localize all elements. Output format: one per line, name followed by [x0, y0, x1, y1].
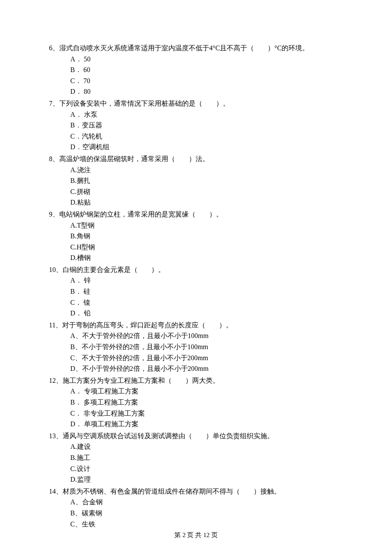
- option-item: B． 60: [70, 64, 343, 75]
- option-item: D.粘贴: [70, 197, 343, 208]
- option-item: C.拼砌: [70, 186, 343, 197]
- option-item: C.H型钢: [70, 242, 343, 253]
- option-item: A． 专项工程施工方案: [70, 386, 343, 397]
- page-container: 6、湿式自动喷水灭火系统通常适用于室内温度不低于4°C且不高于（ ）°C的环境。…: [0, 0, 392, 555]
- option-item: A． 锌: [70, 275, 343, 286]
- option-item: B． 多项工程施工方案: [70, 397, 343, 408]
- option-item: C． 70: [70, 75, 343, 87]
- option-item: B． 硅: [70, 286, 343, 297]
- question-block: 13、通风与空调系统联合试运转及测试调整由（ ）单位负责组织实施。A.建设B.施…: [49, 431, 343, 485]
- question-text: 10、白铜的主要合金元素是（ ）。: [49, 264, 343, 275]
- question-block: 9、电站锅炉钢架的立柱，通常采用的是宽翼缘（ ）。A.T型钢B.角钢C.H型钢D…: [49, 209, 343, 263]
- option-item: C． 镍: [70, 297, 343, 308]
- question-text: 7、下列设备安装中，通常情况下采用桩基础的是（ ）。: [49, 98, 343, 109]
- option-item: A． 水泵: [70, 109, 343, 120]
- question-text: 6、湿式自动喷水灭火系统通常适用于室内温度不低于4°C且不高于（ ）°C的环境。: [49, 43, 343, 54]
- option-item: A、合金钢: [70, 497, 343, 508]
- page-footer: 第 2 页 共 12 页: [0, 530, 392, 540]
- question-text: 9、电站锅炉钢架的立柱，通常采用的是宽翼缘（ ）。: [49, 209, 343, 220]
- question-text: 14、材质为不锈钢、有色金属的管道组成件在储存期间不得与（ ）接触。: [49, 486, 343, 497]
- option-item: B．变压器: [70, 120, 343, 131]
- option-item: C.设计: [70, 463, 343, 474]
- option-item: B.捆扎: [70, 175, 343, 186]
- option-item: B、碳素钢: [70, 508, 343, 519]
- option-item: D． 80: [70, 86, 343, 97]
- option-item: B、不小于管外径的2倍，且最小不小于100mm: [70, 341, 343, 353]
- question-block: 14、材质为不锈钢、有色金属的管道组成件在储存期间不得与（ ）接触。A、合金钢B…: [49, 486, 343, 529]
- option-item: A、不大于管外径的2倍，且最小不小于100mm: [70, 330, 343, 341]
- question-text: 8、高温炉墙的保温层砌筑时，通常采用（ ）法。: [49, 153, 343, 165]
- option-item: D.监理: [70, 474, 343, 485]
- option-item: C．汽轮机: [70, 131, 343, 142]
- question-block: 11、对于弯制的高压弯头，焊口距起弯点的长度应（ ）。A、不大于管外径的2倍，且…: [49, 320, 343, 374]
- option-item: A.T型钢: [70, 220, 343, 231]
- question-block: 12、施工方案分为专业工程施工方案和（ ）两大类。A． 专项工程施工方案B． 多…: [49, 375, 343, 430]
- option-item: C、不大于管外径的2倍，且最小不小于200mm: [70, 353, 343, 364]
- question-block: 10、白铜的主要合金元素是（ ）。A． 锌B． 硅C． 镍D． 铅: [49, 264, 343, 319]
- option-item: A.建设: [70, 441, 343, 452]
- question-text: 12、施工方案分为专业工程施工方案和（ ）两大类。: [49, 375, 343, 386]
- question-text: 13、通风与空调系统联合试运转及测试调整由（ ）单位负责组织实施。: [49, 431, 343, 442]
- option-item: D.槽钢: [70, 252, 343, 263]
- option-item: D、不小于管外径的2倍，且最小不小于200mm: [70, 363, 343, 374]
- option-item: D． 铅: [70, 308, 343, 319]
- option-item: A.浇注: [70, 165, 343, 176]
- question-block: 7、下列设备安装中，通常情况下采用桩基础的是（ ）。A． 水泵B．变压器C．汽轮…: [49, 98, 343, 153]
- option-item: B.施工: [70, 452, 343, 463]
- option-item: B.角钢: [70, 231, 343, 242]
- option-item: D． 单项工程施工方案: [70, 419, 343, 430]
- question-text: 11、对于弯制的高压弯头，焊口距起弯点的长度应（ ）。: [49, 320, 343, 331]
- option-item: D．空调机组: [70, 142, 343, 153]
- option-item: C． 非专业工程施工方案: [70, 408, 343, 419]
- question-block: 8、高温炉墙的保温层砌筑时，通常采用（ ）法。A.浇注B.捆扎C.拼砌D.粘贴: [49, 153, 343, 208]
- option-item: C、生铁: [70, 519, 343, 530]
- questions-list: 6、湿式自动喷水灭火系统通常适用于室内温度不低于4°C且不高于（ ）°C的环境。…: [49, 43, 343, 529]
- option-item: A． 50: [70, 54, 343, 65]
- question-block: 6、湿式自动喷水灭火系统通常适用于室内温度不低于4°C且不高于（ ）°C的环境。…: [49, 43, 343, 97]
